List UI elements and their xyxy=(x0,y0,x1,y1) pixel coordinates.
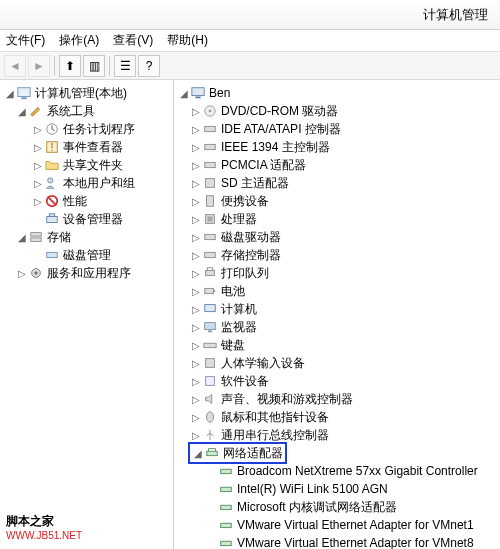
svg-point-37 xyxy=(207,412,214,423)
back-button[interactable]: ◄ xyxy=(4,55,26,77)
svg-rect-26 xyxy=(205,252,216,257)
dev-storagectrl[interactable]: ▷存储控制器 xyxy=(174,246,500,264)
menubar: 文件(F) 操作(A) 查看(V) 帮助(H) xyxy=(0,30,500,52)
dev-portable[interactable]: ▷便携设备 xyxy=(174,192,500,210)
up-button[interactable]: ⬆ xyxy=(59,55,81,77)
dev-printq[interactable]: ▷打印队列 xyxy=(174,264,500,282)
toolbar-sep xyxy=(54,56,55,76)
dvd-icon xyxy=(202,103,218,119)
services-icon xyxy=(28,265,44,281)
dev-hid[interactable]: ▷人体学输入设备 xyxy=(174,354,500,372)
dev-computer[interactable]: ▷计算机 xyxy=(174,300,500,318)
mouse-icon xyxy=(202,409,218,425)
caret-icon: ▷ xyxy=(190,178,202,189)
device-tree[interactable]: ◢ Ben ▷DVD/CD-ROM 驱动器 ▷IDE ATA/ATAPI 控制器… xyxy=(174,80,500,549)
watermark: 脚本之家 WWW.JB51.NET xyxy=(6,514,82,543)
svg-rect-30 xyxy=(214,290,216,292)
caret-icon: ▷ xyxy=(190,430,202,441)
svg-rect-22 xyxy=(207,196,214,207)
svg-rect-0 xyxy=(18,88,30,97)
dev-battery[interactable]: ▷电池 xyxy=(174,282,500,300)
svg-rect-15 xyxy=(195,97,200,99)
caret-icon: ▷ xyxy=(32,196,44,207)
dev-sound[interactable]: ▷声音、视频和游戏控制器 xyxy=(174,390,500,408)
caret-icon: ▷ xyxy=(190,358,202,369)
dev-sd[interactable]: ▷SD 主适配器 xyxy=(174,174,500,192)
svg-rect-20 xyxy=(205,162,216,167)
svg-rect-19 xyxy=(205,144,216,149)
tree-systools[interactable]: ◢ 系统工具 xyxy=(0,102,173,120)
menu-view[interactable]: 查看(V) xyxy=(113,32,153,49)
net-vmnet8[interactable]: VMware Virtual Ethernet Adapter for VMne… xyxy=(174,534,500,549)
svg-rect-28 xyxy=(207,268,212,271)
tree-diskmgmt[interactable]: 磁盘管理 xyxy=(0,246,173,264)
event-icon: ! xyxy=(44,139,60,155)
caret-icon: ▷ xyxy=(32,160,44,171)
svg-rect-31 xyxy=(205,305,216,312)
caret-icon: ▷ xyxy=(190,286,202,297)
software-icon xyxy=(202,373,218,389)
svg-rect-9 xyxy=(31,233,42,237)
caret-icon: ▷ xyxy=(190,124,202,135)
dev-keyboard[interactable]: ▷键盘 xyxy=(174,336,500,354)
content: ◢ 计算机管理(本地) ◢ 系统工具 ▷ 任务计划程序 ▷ ! 事件查看器 ▷ … xyxy=(0,80,500,549)
nic-icon xyxy=(218,535,234,549)
tree-perf[interactable]: ▷ 性能 xyxy=(0,192,173,210)
disk-icon xyxy=(44,247,60,263)
tree-task[interactable]: ▷ 任务计划程序 xyxy=(0,120,173,138)
tree-eventviewer[interactable]: ▷ ! 事件查看器 xyxy=(0,138,173,156)
caret-icon: ▷ xyxy=(32,124,44,135)
portable-icon xyxy=(202,193,218,209)
svg-rect-40 xyxy=(221,487,232,491)
arrow-left-icon: ◄ xyxy=(9,59,21,73)
net-ms-kdnet[interactable]: Microsoft 内核调试网络适配器 xyxy=(174,498,500,516)
menu-action[interactable]: 操作(A) xyxy=(59,32,99,49)
svg-point-17 xyxy=(209,110,212,113)
dev-mouse[interactable]: ▷鼠标和其他指针设备 xyxy=(174,408,500,426)
svg-text:!: ! xyxy=(51,141,54,153)
printer-icon xyxy=(202,265,218,281)
dev-cpu[interactable]: ▷处理器 xyxy=(174,210,500,228)
dev-diskdrv[interactable]: ▷磁盘驱动器 xyxy=(174,228,500,246)
tree-users[interactable]: ▷ 本地用户和组 xyxy=(0,174,173,192)
caret-icon: ▷ xyxy=(190,340,202,351)
net-broadcom[interactable]: Broadcom NetXtreme 57xx Gigabit Controll… xyxy=(174,462,500,480)
disk-icon xyxy=(202,229,218,245)
net-vmnet1[interactable]: VMware Virtual Ethernet Adapter for VMne… xyxy=(174,516,500,534)
svg-rect-21 xyxy=(206,179,215,188)
dev-ide[interactable]: ▷IDE ATA/ATAPI 控制器 xyxy=(174,120,500,138)
sound-icon xyxy=(202,391,218,407)
keyboard-icon xyxy=(202,337,218,353)
dev-pcmcia[interactable]: ▷PCMCIA 适配器 xyxy=(174,156,500,174)
device-icon xyxy=(44,211,60,227)
folder-up-icon: ⬆ xyxy=(65,59,75,73)
sd-icon xyxy=(202,175,218,191)
dev-netadapter[interactable]: ◢ 网络适配器 xyxy=(174,444,500,462)
help-icon: ? xyxy=(146,59,153,73)
menu-help[interactable]: 帮助(H) xyxy=(167,32,208,49)
left-tree[interactable]: ◢ 计算机管理(本地) ◢ 系统工具 ▷ 任务计划程序 ▷ ! 事件查看器 ▷ … xyxy=(0,80,174,549)
tree-root[interactable]: ◢ 计算机管理(本地) xyxy=(0,84,173,102)
tree-services[interactable]: ▷ 服务和应用程序 xyxy=(0,264,173,282)
tree-shared[interactable]: ▷ 共享文件夹 xyxy=(0,156,173,174)
svg-rect-32 xyxy=(205,323,216,330)
svg-rect-7 xyxy=(47,216,58,222)
tools-icon xyxy=(28,103,44,119)
menu-file[interactable]: 文件(F) xyxy=(6,32,45,49)
nic-icon xyxy=(218,481,234,497)
net-intel-wifi[interactable]: Intel(R) WiFi Link 5100 AGN xyxy=(174,480,500,498)
caret-icon: ▷ xyxy=(190,268,202,279)
tree-storage[interactable]: ◢ 存储 xyxy=(0,228,173,246)
dev-software[interactable]: ▷软件设备 xyxy=(174,372,500,390)
dev-dvd[interactable]: ▷DVD/CD-ROM 驱动器 xyxy=(174,102,500,120)
forward-button[interactable]: ► xyxy=(28,55,50,77)
help-button[interactable]: ? xyxy=(138,55,160,77)
tree-devmgr[interactable]: 设备管理器 xyxy=(0,210,173,228)
caret-icon: ▷ xyxy=(190,232,202,243)
dev-monitor[interactable]: ▷监视器 xyxy=(174,318,500,336)
properties-button[interactable]: ☰ xyxy=(114,55,136,77)
dev-ieee[interactable]: ▷IEEE 1394 主控制器 xyxy=(174,138,500,156)
show-hide-button[interactable]: ▥ xyxy=(83,55,105,77)
svg-rect-29 xyxy=(205,288,214,293)
dev-root[interactable]: ◢ Ben xyxy=(174,84,500,102)
